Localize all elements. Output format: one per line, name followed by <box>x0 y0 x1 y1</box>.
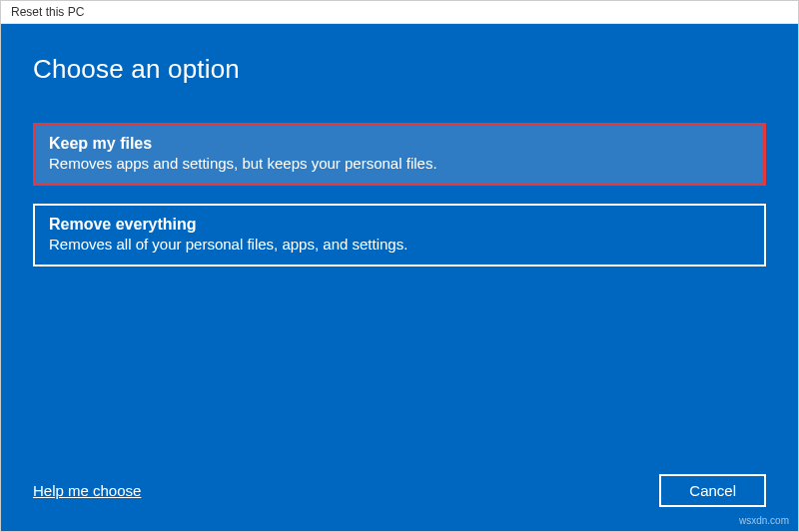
option-remove-everything[interactable]: Remove everything Removes all of your pe… <box>33 204 766 266</box>
cancel-button[interactable]: Cancel <box>659 474 766 507</box>
help-me-choose-link[interactable]: Help me choose <box>33 482 141 499</box>
dialog-heading: Choose an option <box>33 54 766 85</box>
option-keep-my-files[interactable]: Keep my files Removes apps and settings,… <box>33 123 766 186</box>
reset-pc-window: Reset this PC Choose an option Keep my f… <box>0 0 799 532</box>
dialog-content: Choose an option Keep my files Removes a… <box>1 24 798 531</box>
option-description: Removes apps and settings, but keeps you… <box>49 155 750 172</box>
window-title: Reset this PC <box>11 5 84 19</box>
watermark: wsxdn.com <box>739 515 789 526</box>
dialog-footer: Help me choose Cancel <box>33 474 766 507</box>
window-titlebar: Reset this PC <box>1 1 798 24</box>
option-description: Removes all of your personal files, apps… <box>49 236 750 253</box>
option-title: Remove everything <box>49 216 750 234</box>
option-title: Keep my files <box>49 135 750 153</box>
